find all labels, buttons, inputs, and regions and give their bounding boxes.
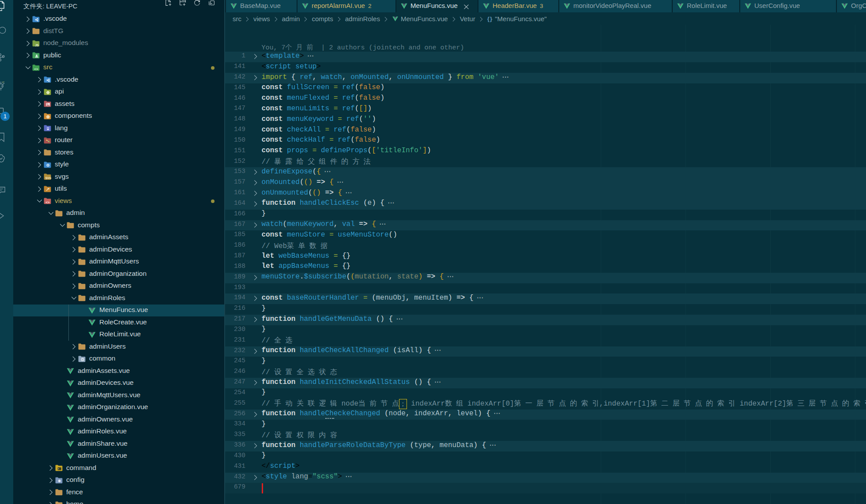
svg-text:JS: JS <box>35 43 39 47</box>
svg-text:<>: <> <box>34 67 38 71</box>
svg-text:<>: <> <box>45 200 50 204</box>
svg-text:SVG: SVG <box>45 177 51 180</box>
